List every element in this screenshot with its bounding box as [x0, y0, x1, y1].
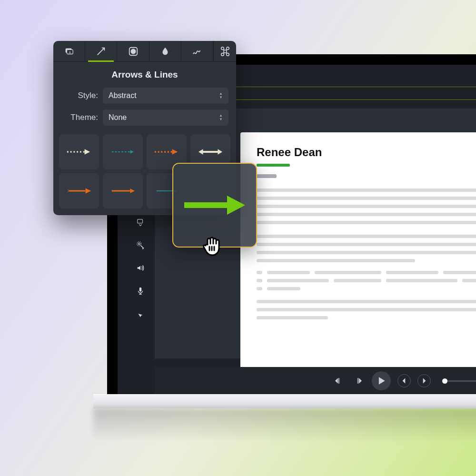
- tab-arrow[interactable]: [85, 41, 117, 61]
- click-tool[interactable]: [135, 308, 146, 319]
- subtitle-placeholder: [257, 174, 277, 178]
- arrow-tile-thin-teal[interactable]: [103, 134, 143, 169]
- svg-rect-10: [139, 288, 142, 292]
- presenter-name: Renee Dean: [257, 146, 476, 159]
- step-back-button[interactable]: [332, 374, 345, 387]
- play-button[interactable]: [372, 371, 391, 390]
- stepper-icon: ▲▼: [219, 114, 225, 121]
- theme-label: Theme:: [61, 113, 98, 122]
- playhead-track[interactable]: [443, 380, 476, 382]
- svg-point-8: [138, 243, 140, 245]
- style-label: Style:: [61, 91, 98, 100]
- tab-callout[interactable]: a: [53, 41, 85, 61]
- theme-value: None: [109, 113, 127, 122]
- bullet-block: [257, 271, 476, 290]
- tab-blur[interactable]: [149, 41, 181, 61]
- playback-bar: [155, 367, 476, 395]
- drag-preview[interactable]: [172, 163, 257, 248]
- volume-tool[interactable]: [135, 263, 146, 273]
- stepper-icon: ▲▼: [219, 92, 225, 99]
- svg-text:a: a: [69, 50, 71, 53]
- popover-tabs: a: [53, 41, 236, 62]
- laptop-base: [93, 394, 476, 408]
- popover-title: Arrows & Lines: [53, 62, 236, 86]
- tab-scribble[interactable]: [181, 41, 213, 61]
- svg-rect-7: [138, 219, 143, 223]
- laser-tool[interactable]: [135, 240, 146, 250]
- slide[interactable]: Renee Dean: [240, 132, 476, 380]
- mic-tool[interactable]: [135, 286, 146, 296]
- arrow-tile-feather-orange[interactable]: [59, 173, 99, 208]
- style-value: Abstract: [109, 91, 137, 100]
- prev-button[interactable]: [397, 374, 411, 387]
- paragraph-1: [257, 188, 476, 224]
- next-button[interactable]: [417, 374, 431, 387]
- accent-bar: [257, 164, 290, 167]
- arrow-tile-dotted-white[interactable]: [59, 134, 99, 169]
- style-select[interactable]: Abstract ▲▼: [103, 88, 228, 104]
- theme-select[interactable]: None ▲▼: [103, 109, 228, 126]
- left-toolbar: [131, 217, 150, 319]
- arrow-tile-solid-orange[interactable]: [103, 173, 143, 208]
- paragraph-3: [257, 300, 476, 319]
- narration-tool[interactable]: [135, 217, 146, 228]
- svg-point-17: [131, 49, 135, 53]
- tab-shape[interactable]: [117, 41, 149, 61]
- tab-shortcut[interactable]: [213, 41, 236, 61]
- paragraph-2: [257, 235, 476, 262]
- svg-point-9: [137, 242, 141, 246]
- step-fwd-button[interactable]: [352, 374, 365, 387]
